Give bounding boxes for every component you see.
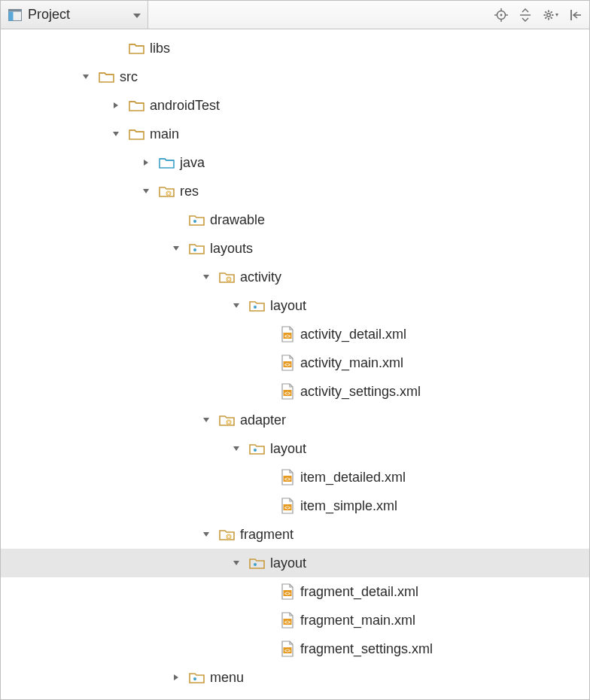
collapse-all-icon[interactable] bbox=[519, 8, 532, 22]
tree-node-label: activity_settings.xml bbox=[300, 384, 421, 400]
expander-closed-icon[interactable] bbox=[111, 100, 121, 111]
tree-row[interactable]: adapter bbox=[1, 406, 589, 434]
svg-text:<>: <> bbox=[284, 333, 290, 339]
svg-marker-36 bbox=[203, 275, 209, 279]
expander-open-icon[interactable] bbox=[201, 415, 211, 425]
tree-node-label: activity_main.xml bbox=[300, 355, 403, 371]
folder-dot-icon bbox=[249, 555, 266, 571]
tree-row[interactable]: layout bbox=[1, 434, 589, 463]
expander-open-icon[interactable] bbox=[171, 243, 181, 254]
locate-target-icon[interactable] bbox=[494, 8, 508, 22]
svg-text:<>: <> bbox=[284, 619, 290, 625]
tree-row[interactable]: menu bbox=[1, 663, 589, 692]
svg-marker-27 bbox=[143, 189, 149, 193]
svg-marker-24 bbox=[114, 102, 118, 108]
svg-text:<>: <> bbox=[284, 505, 290, 510]
svg-point-43 bbox=[254, 306, 257, 309]
tree-node-label: activity_detail.xml bbox=[300, 327, 406, 342]
expander-none bbox=[261, 644, 272, 654]
svg-point-33 bbox=[193, 220, 196, 223]
hide-panel-icon[interactable] bbox=[570, 8, 583, 22]
folder-res-icon bbox=[159, 183, 175, 199]
svg-point-11 bbox=[547, 13, 551, 17]
tree-row[interactable]: <>activity_settings.xml bbox=[1, 377, 589, 406]
expander-none bbox=[261, 501, 272, 511]
tree-node-label: src bbox=[120, 69, 138, 85]
xml-icon: <> bbox=[279, 641, 296, 657]
tree-row[interactable]: java bbox=[1, 148, 589, 177]
toolbar: Project bbox=[1, 1, 589, 29]
folder-dot-icon bbox=[189, 240, 205, 257]
expander-open-icon[interactable] bbox=[81, 72, 91, 82]
tree-row[interactable]: src bbox=[1, 62, 589, 91]
svg-marker-50 bbox=[203, 418, 209, 422]
expander-none bbox=[111, 43, 121, 53]
tree-row[interactable]: res bbox=[1, 177, 589, 205]
tree-row[interactable]: <>item_detailed.xml bbox=[1, 463, 589, 492]
gear-icon[interactable] bbox=[543, 8, 559, 22]
tree-node-label: layout bbox=[270, 555, 306, 571]
expander-open-icon[interactable] bbox=[231, 558, 242, 568]
folder-dot-icon bbox=[189, 212, 205, 228]
svg-text:<>: <> bbox=[284, 391, 290, 396]
svg-marker-25 bbox=[113, 132, 119, 136]
svg-marker-34 bbox=[173, 246, 179, 251]
svg-marker-76 bbox=[174, 674, 178, 680]
tree-row[interactable]: <>activity_detail.xml bbox=[1, 320, 589, 348]
svg-marker-20 bbox=[555, 14, 558, 17]
expander-none bbox=[261, 386, 272, 397]
tree-row[interactable]: main bbox=[1, 120, 589, 148]
expander-none bbox=[261, 586, 272, 597]
folder-res-icon bbox=[219, 526, 236, 543]
tree-row[interactable]: layouts bbox=[1, 234, 589, 263]
tree-row[interactable]: <>activity_main.xml bbox=[1, 348, 589, 377]
tree-row[interactable]: androidTest bbox=[1, 91, 589, 120]
tree-row[interactable]: <>fragment_detail.xml bbox=[1, 577, 589, 606]
tree-row[interactable]: layout bbox=[1, 549, 589, 577]
expander-open-icon[interactable] bbox=[201, 529, 211, 540]
expander-closed-icon[interactable] bbox=[141, 157, 151, 168]
project-tree[interactable]: libssrcandroidTestmainjavaresdrawablelay… bbox=[1, 29, 589, 692]
xml-icon: <> bbox=[279, 498, 296, 514]
tree-node-label: androidTest bbox=[150, 98, 220, 114]
expander-closed-icon[interactable] bbox=[171, 672, 181, 683]
folder-res-icon bbox=[219, 412, 236, 428]
svg-point-69 bbox=[254, 563, 257, 566]
tree-node-label: libs bbox=[150, 41, 170, 56]
expander-none bbox=[261, 472, 272, 482]
svg-line-16 bbox=[545, 11, 546, 13]
tree-row[interactable]: activity bbox=[1, 263, 589, 291]
tree-row[interactable]: fragment bbox=[1, 520, 589, 549]
expander-open-icon[interactable] bbox=[231, 443, 242, 454]
xml-icon: <> bbox=[279, 583, 296, 600]
expander-open-icon[interactable] bbox=[201, 272, 211, 282]
tree-row[interactable]: <>item_simple.xml bbox=[1, 492, 589, 520]
svg-marker-68 bbox=[233, 561, 239, 565]
tree-row[interactable]: libs bbox=[1, 34, 589, 62]
tree-node-label: layout bbox=[270, 298, 306, 314]
tree-node-label: fragment_main.xml bbox=[300, 613, 415, 628]
svg-marker-56 bbox=[233, 446, 239, 451]
view-selector-button[interactable]: Project bbox=[1, 1, 148, 29]
svg-point-57 bbox=[254, 449, 257, 452]
expander-open-icon[interactable] bbox=[111, 129, 121, 139]
tree-node-label: fragment bbox=[240, 527, 293, 543]
tree-node-label: res bbox=[180, 184, 199, 199]
svg-marker-42 bbox=[233, 303, 239, 308]
tree-row[interactable]: layout bbox=[1, 291, 589, 320]
tree-row[interactable]: <>fragment_settings.xml bbox=[1, 635, 589, 663]
folder-res-icon bbox=[219, 269, 236, 285]
folder-cyan-icon bbox=[159, 154, 175, 171]
svg-text:<>: <> bbox=[284, 591, 290, 596]
tree-row[interactable]: drawable bbox=[1, 205, 589, 234]
folder-icon bbox=[129, 40, 145, 56]
tree-node-label: fragment_detail.xml bbox=[300, 584, 418, 600]
svg-marker-26 bbox=[144, 160, 148, 166]
tree-row[interactable]: <>fragment_main.xml bbox=[1, 606, 589, 635]
tree-node-label: item_detailed.xml bbox=[300, 470, 406, 485]
expander-open-icon[interactable] bbox=[231, 300, 242, 311]
svg-point-5 bbox=[500, 14, 503, 16]
expander-open-icon[interactable] bbox=[141, 186, 151, 196]
tree-node-label: drawable bbox=[210, 212, 265, 228]
svg-rect-1 bbox=[9, 9, 22, 11]
